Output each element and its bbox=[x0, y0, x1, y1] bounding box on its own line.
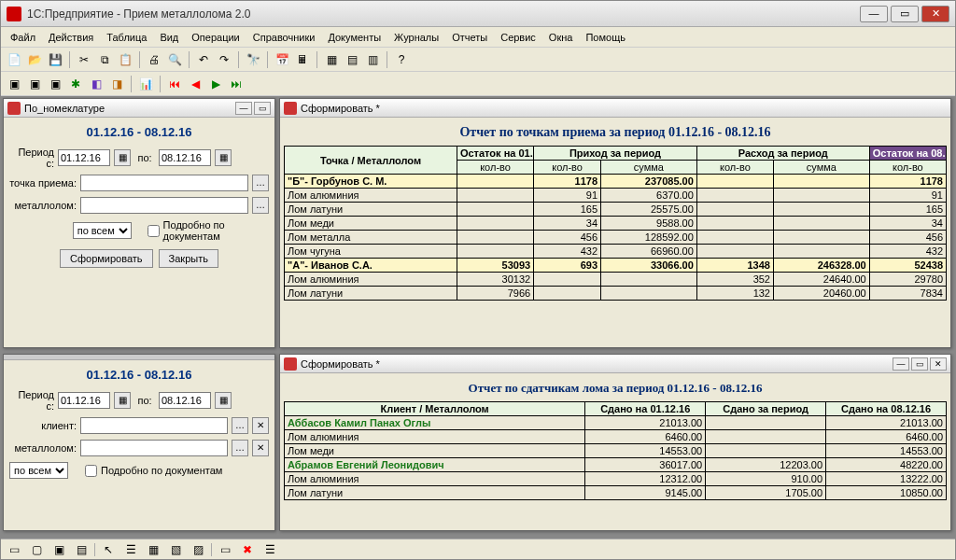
menu-reports[interactable]: Отчеты bbox=[446, 30, 493, 45]
next-icon[interactable]: ▶ bbox=[206, 75, 225, 93]
client-input[interactable] bbox=[80, 417, 228, 434]
app3-icon[interactable]: ▣ bbox=[46, 75, 64, 93]
last-icon[interactable]: ⏭ bbox=[227, 75, 246, 93]
table-row[interactable]: Лом алюминия6460.006460.00 bbox=[285, 430, 947, 444]
undo-icon[interactable]: ↶ bbox=[194, 50, 213, 69]
box1-icon[interactable]: ◧ bbox=[87, 75, 105, 93]
sb-icon-11[interactable]: ☰ bbox=[260, 540, 279, 559]
client-clear-button[interactable]: ✕ bbox=[252, 417, 269, 434]
redo-icon[interactable]: ↷ bbox=[215, 50, 233, 69]
period-from-input-2[interactable] bbox=[58, 392, 110, 409]
detail-checkbox[interactable] bbox=[148, 225, 160, 237]
minimize-button[interactable]: — bbox=[860, 6, 888, 22]
find-icon[interactable]: 🔭 bbox=[244, 50, 262, 69]
calendar-to-icon-2[interactable]: ▦ bbox=[215, 392, 232, 409]
app2-icon[interactable]: ▣ bbox=[25, 75, 44, 93]
table-row[interactable]: Лом алюминия3013235224640.0029780 bbox=[285, 273, 947, 287]
panel-max-button[interactable]: ▭ bbox=[254, 102, 271, 115]
sb-icon-4[interactable]: ▤ bbox=[72, 540, 91, 559]
detail-checkbox-2[interactable] bbox=[85, 465, 97, 477]
report2-window-title: Сформировать * bbox=[301, 358, 891, 370]
filter-select-2[interactable]: по всем bbox=[9, 462, 68, 479]
calendar-from-icon[interactable]: ▦ bbox=[114, 149, 131, 166]
menu-view[interactable]: Вид bbox=[154, 30, 184, 45]
preview-icon[interactable]: 🔍 bbox=[165, 50, 184, 69]
r2-min-button[interactable]: — bbox=[893, 357, 909, 371]
help-icon[interactable]: ? bbox=[392, 50, 411, 69]
calendar-icon[interactable]: 📅 bbox=[273, 50, 291, 69]
close-button[interactable]: ✕ bbox=[921, 6, 949, 22]
calc-icon[interactable]: 🖩 bbox=[293, 50, 312, 69]
sb-icon-2[interactable]: ▢ bbox=[27, 540, 46, 559]
calendar-to-icon[interactable]: ▦ bbox=[215, 149, 232, 166]
cut-icon[interactable]: ✂ bbox=[75, 50, 93, 69]
tool3-icon[interactable]: ▥ bbox=[363, 50, 382, 69]
menu-catalogs[interactable]: Справочники bbox=[247, 30, 321, 45]
panel-min-button[interactable]: — bbox=[235, 102, 252, 115]
table-row[interactable]: "А"- Иванов С.А.5309369333066.0013482463… bbox=[285, 259, 947, 273]
report-icon[interactable]: 📊 bbox=[136, 75, 155, 93]
metal-select-button[interactable]: … bbox=[252, 197, 269, 214]
paste-icon[interactable]: 📋 bbox=[116, 50, 134, 69]
sb-icon-1[interactable]: ▭ bbox=[5, 540, 23, 559]
app1-icon[interactable]: ▣ bbox=[5, 75, 23, 93]
table-row[interactable]: Лом чугуна43266960.00432 bbox=[285, 245, 947, 259]
period-from-input[interactable] bbox=[58, 149, 110, 166]
first-icon[interactable]: ⏮ bbox=[165, 75, 184, 93]
tool2-icon[interactable]: ▤ bbox=[343, 50, 361, 69]
sb-icon-8[interactable]: ▨ bbox=[189, 540, 207, 559]
table-row[interactable]: Лом алюминия12312.00910.0013222.00 bbox=[285, 472, 947, 486]
menu-windows[interactable]: Окна bbox=[543, 30, 579, 45]
menu-journals[interactable]: Журналы bbox=[388, 30, 444, 45]
point-input[interactable] bbox=[80, 175, 248, 191]
table-row[interactable]: Лом латуни16525575.00165 bbox=[285, 203, 947, 217]
new-icon[interactable]: 📄 bbox=[5, 50, 23, 69]
sb-icon-9[interactable]: ▭ bbox=[216, 540, 234, 559]
sb-icon-5[interactable]: ☰ bbox=[121, 540, 140, 559]
menu-operations[interactable]: Операции bbox=[186, 30, 245, 45]
box2-icon[interactable]: ◨ bbox=[107, 75, 126, 93]
sb-icon-6[interactable]: ▦ bbox=[144, 540, 162, 559]
period-to-input-2[interactable] bbox=[159, 392, 211, 409]
metal-clear-button-2[interactable]: ✕ bbox=[252, 440, 269, 456]
point-select-button[interactable]: … bbox=[252, 175, 269, 191]
client-select-button[interactable]: … bbox=[232, 417, 248, 434]
table-row[interactable]: Абрамов Евгений Леонидович36017.0012203.… bbox=[285, 458, 947, 472]
print-icon[interactable]: 🖨 bbox=[145, 50, 163, 69]
close-panel-button[interactable]: Закрыть bbox=[159, 249, 218, 268]
menu-actions[interactable]: Действия bbox=[43, 30, 99, 45]
r2-close-button[interactable]: ✕ bbox=[930, 357, 947, 371]
save-icon[interactable]: 💾 bbox=[46, 50, 64, 69]
menu-table[interactable]: Таблица bbox=[101, 30, 152, 45]
sb-icon-7[interactable]: ▧ bbox=[166, 540, 185, 559]
sb-cursor-icon[interactable]: ↖ bbox=[99, 540, 118, 559]
menu-service[interactable]: Сервис bbox=[495, 30, 541, 45]
sb-icon-10[interactable]: ✖ bbox=[238, 540, 257, 559]
metal-input[interactable] bbox=[80, 197, 248, 214]
menu-file[interactable]: Файл bbox=[5, 30, 41, 45]
table-row[interactable]: Лом алюминия916370.0091 bbox=[285, 189, 947, 203]
table-row[interactable]: Лом латуни796613220460.007834 bbox=[285, 287, 947, 301]
open-icon[interactable]: 📂 bbox=[25, 50, 44, 69]
form-button[interactable]: Сформировать bbox=[60, 249, 153, 268]
table-row[interactable]: Лом меди14553.0014553.00 bbox=[285, 444, 947, 458]
tool1-icon[interactable]: ▦ bbox=[322, 50, 341, 69]
maximize-button[interactable]: ▭ bbox=[891, 6, 919, 22]
menu-documents[interactable]: Документы bbox=[322, 30, 387, 45]
copy-icon[interactable]: ⧉ bbox=[95, 50, 114, 69]
menu-help[interactable]: Помощь bbox=[580, 30, 631, 45]
table-row[interactable]: Лом латуни9145.001705.0010850.00 bbox=[285, 486, 947, 500]
table-row[interactable]: Аббасов Камил Панах Оглы21013.0021013.00 bbox=[285, 416, 947, 430]
table-row[interactable]: Лом металла456128592.00456 bbox=[285, 231, 947, 245]
refresh-icon[interactable]: ✱ bbox=[66, 75, 85, 93]
prev-icon[interactable]: ◀ bbox=[186, 75, 204, 93]
filter-select[interactable]: по всем bbox=[73, 222, 132, 239]
metal-input-2[interactable] bbox=[80, 440, 228, 456]
sb-icon-3[interactable]: ▣ bbox=[49, 540, 68, 559]
period-to-input[interactable] bbox=[159, 149, 211, 166]
calendar-from-icon-2[interactable]: ▦ bbox=[114, 392, 131, 409]
metal-select-button-2[interactable]: … bbox=[232, 440, 248, 456]
r2-max-button[interactable]: ▭ bbox=[911, 357, 928, 371]
table-row[interactable]: "Б"- Горбунов С. М.1178237085.001178 bbox=[285, 175, 947, 189]
table-row[interactable]: Лом меди349588.0034 bbox=[285, 217, 947, 231]
